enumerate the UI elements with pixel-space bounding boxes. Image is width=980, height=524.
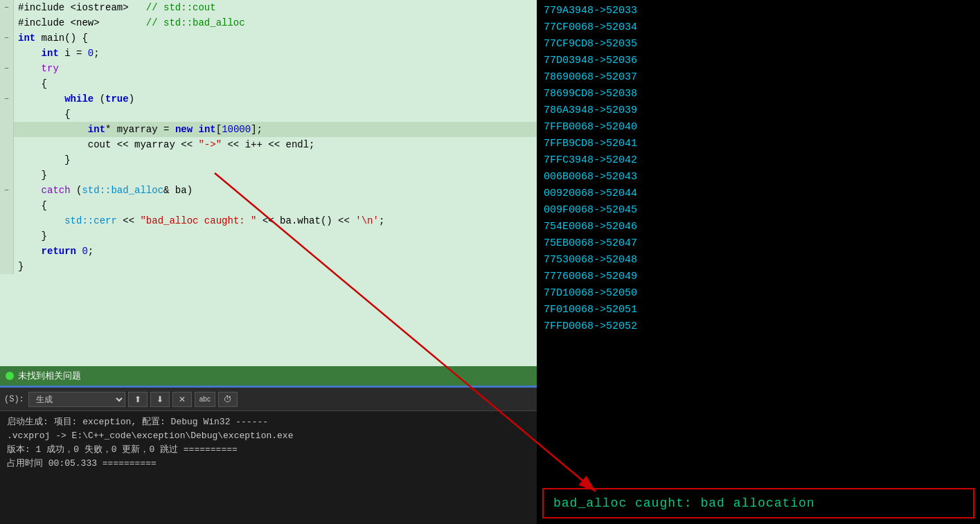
line-gutter [0,107,14,122]
output-line: 7FFC3948->52042 [544,152,973,169]
line-gutter [0,76,14,91]
line-gutter [0,213,14,228]
toolbar-btn-1[interactable]: ⬆ [128,392,148,407]
output-line: 78699CD8->52038 [544,86,973,102]
code-line: { [0,76,537,91]
status-dot [6,372,14,380]
code-line: − while (true) [0,91,537,107]
output-line: 77CF9CD8->52035 [544,36,973,53]
line-gutter [0,15,14,30]
error-message: bad_alloc caught: bad allocation [553,496,815,510]
line-content: int i = 0; [14,46,537,61]
build-line: 版本: 1 成功，0 失败，0 更新，0 跳过 ========== [7,443,530,457]
line-content: { [14,107,537,122]
output-line: 75EB0068->52047 [544,235,973,252]
build-line: 启动生成: 项目: exception, 配置: Debug Win32 ---… [7,415,530,429]
output-line: 77D03948->52036 [544,53,973,69]
line-content: } [14,168,537,183]
code-line: return 0; [0,244,537,259]
status-bar: 未找到相关问题 [0,366,537,386]
line-content: } [14,259,537,274]
code-line: #include <new> // std::bad_alloc [0,15,537,30]
line-gutter [0,259,14,274]
line-gutter: − [0,183,14,198]
line-content: } [14,152,537,168]
code-line: } [0,259,537,274]
line-content: } [14,228,537,244]
output-line: 00920068->52044 [544,186,973,202]
output-line: 77D10068->52050 [544,285,973,302]
error-box: bad_alloc caught: bad allocation [542,488,974,518]
line-content: #include <iostream> // std::cout [14,0,537,15]
line-gutter [0,168,14,183]
line-gutter [0,228,14,244]
output-line: 77530068->52048 [544,252,973,269]
build-line: .vcxproj -> E:\C++_code\exception\Debug\… [7,429,530,443]
bottom-panel: (S): 生成 ⬆ ⬇ ✕ abc ⏱ 启动生成: 项目: exception,… [0,386,537,524]
build-output: 启动生成: 项目: exception, 配置: Debug Win32 ---… [0,411,537,524]
code-line: } [0,152,537,168]
line-content: int main() { [14,30,537,46]
build-select[interactable]: 生成 [28,392,125,407]
code-line: { [0,107,537,122]
toolbar-btn-4[interactable]: abc [195,392,215,407]
line-content: int* myarray = new int[10000]; [14,122,537,137]
line-gutter [0,46,14,61]
output-line: 77CF0068->52034 [544,19,973,36]
line-content: cout << myarray << "->" << i++ << endl; [14,137,537,152]
output-line: 754E0068->52046 [544,219,973,235]
output-line: 786A3948->52039 [544,102,973,119]
code-line: int i = 0; [0,46,537,61]
line-content: #include <new> // std::bad_alloc [14,15,537,30]
line-gutter: − [0,0,14,15]
line-content: { [14,76,537,91]
bottom-toolbar: (S): 生成 ⬆ ⬇ ✕ abc ⏱ [0,388,537,411]
line-content: return 0; [14,244,537,259]
left-side: −#include <iostream> // std::cout#includ… [0,0,537,524]
code-line: − catch (std::bad_alloc& ba) [0,183,537,198]
code-line: −int main() { [0,30,537,46]
line-gutter [0,244,14,259]
line-gutter: − [0,30,14,46]
output-line: 779A3948->52033 [544,3,973,19]
code-editor: −#include <iostream> // std::cout#includ… [0,0,537,366]
code-line: { [0,198,537,213]
line-gutter: − [0,61,14,76]
output-line: 7F010068->52051 [544,302,973,318]
line-gutter [0,198,14,213]
status-text: 未找到相关问题 [18,370,81,382]
toolbar-btn-2[interactable]: ⬇ [150,392,170,407]
code-line: −#include <iostream> // std::cout [0,0,537,15]
line-content: try [14,61,537,76]
code-line: } [0,168,537,183]
output-list: 779A3948->5203377CF0068->5203477CF9CD8->… [537,0,980,485]
output-panel: 779A3948->5203377CF0068->5203477CF9CD8->… [537,0,980,524]
output-line: 7FFB0068->52040 [544,119,973,136]
build-line: 占用时间 00:05.333 ========== [7,457,530,471]
code-line: } [0,228,537,244]
output-line: 006B0068->52043 [544,169,973,186]
main-container: −#include <iostream> // std::cout#includ… [0,0,980,524]
line-content: while (true) [14,91,537,107]
code-line: int* myarray = new int[10000]; [0,122,537,137]
line-gutter: − [0,91,14,107]
line-content: { [14,198,537,213]
code-line: cout << myarray << "->" << i++ << endl; [0,137,537,152]
output-line: 78690068->52037 [544,69,973,86]
line-gutter [0,137,14,152]
output-line: 7FFD0068->52052 [544,318,973,335]
code-line: std::cerr << "bad_alloc caught: " << ba.… [0,213,537,228]
output-line: 009F0068->52045 [544,202,973,219]
output-line: 7FFB9CD8->52041 [544,136,973,152]
line-content: std::cerr << "bad_alloc caught: " << ba.… [14,213,537,228]
code-line: − try [0,61,537,76]
line-gutter [0,122,14,137]
toolbar-btn-5[interactable]: ⏱ [218,392,238,407]
toolbar-btn-3[interactable]: ✕ [172,392,192,407]
line-gutter [0,152,14,168]
line-content: catch (std::bad_alloc& ba) [14,183,537,198]
output-line: 77760068->52049 [544,269,973,285]
toolbar-label: (S): [4,395,24,404]
